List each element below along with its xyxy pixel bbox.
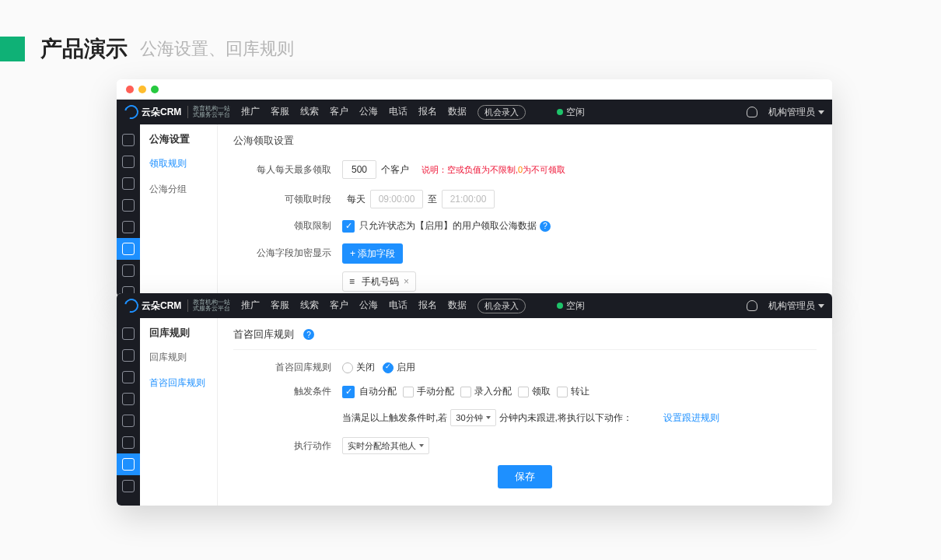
prefix: 每天 — [347, 193, 366, 206]
nav-item[interactable]: 公海 — [359, 105, 378, 120]
opportunity-entry-button[interactable]: 机会录入 — [477, 105, 526, 120]
logo: 云朵CRM 教育机构一站式服务云平台 — [124, 299, 230, 313]
min-dot[interactable] — [138, 86, 146, 93]
nav-item[interactable]: 线索 — [300, 105, 319, 120]
opportunity-entry-button[interactable]: 机会录入 — [477, 299, 526, 313]
checkbox-enabled-only[interactable]: ✓ — [342, 220, 355, 233]
nav-item[interactable]: 报名 — [418, 105, 437, 120]
checkbox-claim[interactable] — [518, 387, 529, 397]
icon-rail — [117, 318, 140, 506]
logo: 云朵CRM 教育机构一站式服务云平台 — [124, 105, 230, 119]
nav-item[interactable]: 客户 — [330, 105, 348, 120]
label: 每人每天最多领取 — [233, 163, 342, 177]
remove-tag-icon[interactable]: × — [404, 276, 409, 287]
rail-icon-active[interactable] — [117, 453, 140, 475]
daily-limit-input[interactable] — [342, 160, 376, 179]
logo-text: 云朵CRM — [142, 299, 181, 313]
set-follow-rule-link[interactable]: 设置跟进规则 — [663, 411, 719, 425]
checkbox-entry-assign[interactable] — [460, 387, 471, 397]
action-select[interactable]: 实时分配给其他人 — [342, 437, 429, 454]
user-menu[interactable]: 机构管理员 — [768, 299, 824, 313]
nav-item[interactable]: 推广 — [241, 299, 260, 313]
sidebar-item-groups[interactable]: 公海分组 — [140, 177, 217, 202]
rail-icon[interactable] — [122, 134, 135, 146]
sidebar-item-first-consult-rules[interactable]: 首咨回库规则 — [140, 370, 217, 396]
nav-item[interactable]: 电话 — [389, 105, 408, 120]
section-title: 首咨回库规则 — [233, 327, 294, 341]
logo-sub: 教育机构一站式服务云平台 — [187, 106, 230, 118]
time-to-input[interactable] — [442, 190, 495, 208]
help-icon[interactable]: ? — [303, 329, 314, 340]
duration-select[interactable]: 30分钟 — [450, 409, 495, 426]
close-dot[interactable] — [126, 86, 134, 93]
bell-icon[interactable] — [747, 300, 757, 311]
restrict-text: 只允许状态为【启用】的用户领取公海数据 — [359, 219, 537, 233]
checkbox-transfer[interactable] — [557, 387, 568, 397]
content-area: 公海领取设置 每人每天最多领取 个客户 说明：空或负值为不限制,0为不可领取 可… — [218, 124, 832, 297]
max-dot[interactable] — [151, 86, 159, 93]
user-label: 机构管理员 — [768, 299, 815, 313]
radio-off[interactable] — [342, 362, 353, 373]
logo-text: 云朵CRM — [142, 106, 181, 119]
opt-label: 领取 — [532, 385, 551, 398]
rail-icon[interactable] — [122, 436, 135, 449]
row-trigger: 触发条件 ✓ 自动分配 手动分配 录入分配 领取 转让 — [233, 385, 817, 398]
nav-item[interactable]: 公海 — [359, 299, 378, 313]
window-public-sea: 云朵CRM 教育机构一站式服务云平台 推广 客服 线索 客户 公海 电话 报名 … — [117, 79, 832, 297]
rail-icon[interactable] — [122, 177, 135, 190]
rail-icon[interactable] — [122, 199, 135, 212]
window-return-rules: 云朵CRM 教育机构一站式服务云平台 推广 客服 线索 客户 公海 电话 报名 … — [117, 293, 832, 506]
unit-text: 个客户 — [381, 163, 409, 177]
top-nav: 推广 客服 线索 客户 公海 电话 报名 数据 机会录入 — [241, 105, 526, 120]
logo-icon — [122, 296, 142, 316]
help-icon[interactable]: ? — [540, 221, 551, 232]
rail-icon-active[interactable] — [117, 238, 140, 260]
nav-item[interactable]: 数据 — [448, 299, 467, 313]
topbar: 云朵CRM 教育机构一站式服务云平台 推广 客服 线索 客户 公海 电话 报名 … — [117, 100, 832, 124]
nav-item[interactable]: 客服 — [271, 299, 289, 313]
nav-item[interactable]: 线索 — [300, 299, 319, 313]
field-tag-phone[interactable]: 手机号码 × — [342, 271, 416, 292]
add-field-button[interactable]: + 添加字段 — [342, 243, 403, 264]
rail-icon[interactable] — [122, 415, 135, 427]
nav-item[interactable]: 电话 — [389, 299, 408, 313]
rail-icon[interactable] — [122, 221, 135, 233]
nav-item[interactable]: 报名 — [418, 299, 437, 313]
checkbox-auto-assign[interactable]: ✓ — [342, 386, 355, 398]
rail-icon[interactable] — [122, 156, 135, 168]
sidebar-item-return-rules[interactable]: 回库规则 — [140, 345, 217, 370]
radio-on[interactable] — [383, 362, 394, 373]
window-titlebar — [117, 79, 832, 100]
rail-icon[interactable] — [122, 349, 135, 362]
section-header: 首咨回库规则 ? — [233, 327, 817, 350]
status-dot — [557, 303, 563, 309]
rail-icon[interactable] — [122, 264, 135, 277]
time-from-input[interactable] — [370, 190, 423, 208]
user-menu[interactable]: 机构管理员 — [768, 106, 824, 119]
status-text: 空闲 — [566, 106, 585, 119]
chevron-down-icon — [818, 304, 824, 308]
sidebar: 公海设置 领取规则 公海分组 — [140, 124, 218, 297]
opt-label: 录入分配 — [474, 385, 512, 398]
nav-item[interactable]: 推广 — [241, 105, 260, 120]
bell-icon[interactable] — [747, 107, 757, 117]
opt-label: 手动分配 — [417, 385, 454, 398]
top-nav: 推广 客服 线索 客户 公海 电话 报名 数据 机会录入 — [241, 299, 526, 313]
nav-item[interactable]: 客服 — [271, 105, 289, 120]
rail-icon[interactable] — [122, 371, 135, 383]
save-button[interactable]: 保存 — [498, 465, 552, 488]
nav-item[interactable]: 数据 — [448, 105, 467, 120]
chevron-down-icon — [486, 416, 491, 419]
sidebar-item-claim-rules[interactable]: 领取规则 — [140, 151, 217, 177]
rail-icon[interactable] — [122, 327, 135, 340]
checkbox-manual-assign[interactable] — [403, 387, 414, 397]
label: 公海字段加密显示 — [233, 243, 342, 260]
tag-label: 手机号码 — [362, 275, 399, 289]
opt-label: 转让 — [571, 385, 589, 398]
nav-item[interactable]: 客户 — [330, 299, 348, 313]
rail-icon[interactable] — [122, 393, 135, 405]
label: 首咨回库规则 — [233, 361, 342, 374]
slide-subtitle: 公海设置、回库规则 — [140, 37, 294, 61]
chevron-down-icon — [419, 444, 424, 447]
rail-icon[interactable] — [122, 480, 135, 492]
